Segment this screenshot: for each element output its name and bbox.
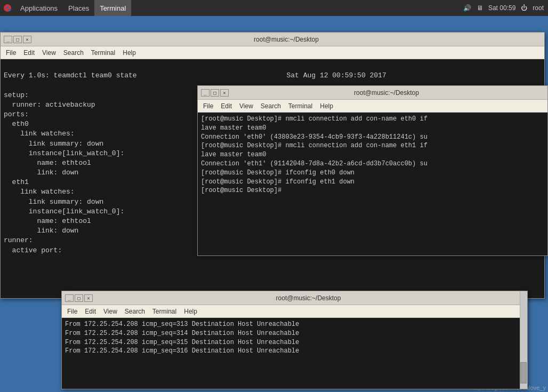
menu-file[interactable]: File	[3, 48, 19, 58]
close-button[interactable]: ✕	[84, 294, 93, 302]
menu-help[interactable]: Help	[181, 307, 200, 316]
terminal-main-titlebar: _ □ ✕ root@music:~/Desktop	[1, 33, 544, 46]
terminal-main-controls: _ □ ✕	[4, 36, 31, 43]
terminal-middle-title: root@music:~/Desktop	[229, 89, 544, 97]
terminal-main-header: Every 1.0s: teamdctl team0 state Sat Aug…	[4, 71, 386, 79]
menu-search[interactable]: Search	[122, 307, 148, 316]
terminal-bottom-controls: _ □ ✕	[65, 294, 93, 302]
desktop: _ □ ✕ root@music:~/Desktop File Edit Vie…	[0, 16, 548, 392]
menu-file[interactable]: File	[200, 101, 216, 111]
close-button[interactable]: ✕	[220, 89, 229, 97]
terminal-bottom-menubar: File Edit View Search Terminal Help	[62, 305, 527, 318]
user-label: root	[533, 4, 544, 12]
terminal-middle-content[interactable]: [root@music Desktop]# nmcli connection a…	[198, 113, 547, 255]
power-icon[interactable]: ⏻	[521, 4, 527, 12]
taskbar-terminal[interactable]: Terminal	[94, 0, 131, 16]
terminal-bottom-title: root@music:~/Desktop	[93, 294, 524, 302]
menu-edit[interactable]: Edit	[20, 48, 38, 58]
taskbar: 🐾 Applications Places Terminal 🔊 🖥 Sat 0…	[0, 0, 548, 16]
taskbar-right: 🔊 🖥 Sat 00:59 ⏻ root	[463, 4, 548, 12]
scrollbar-thumb[interactable]	[520, 362, 527, 383]
taskbar-places[interactable]: Places	[63, 0, 94, 16]
menu-search[interactable]: Search	[257, 101, 284, 111]
svg-text:🐾: 🐾	[5, 5, 12, 12]
menu-terminal[interactable]: Terminal	[88, 48, 118, 58]
menu-file[interactable]: File	[64, 307, 80, 316]
minimize-button[interactable]: _	[201, 89, 209, 97]
minimize-button[interactable]: _	[65, 294, 74, 302]
maximize-button[interactable]: □	[211, 89, 219, 97]
datetime: Sat 00:59	[488, 4, 515, 12]
terminal-middle-controls: _ □ ✕	[201, 89, 229, 97]
menu-view[interactable]: View	[236, 101, 256, 111]
maximize-button[interactable]: □	[75, 294, 83, 302]
menu-view[interactable]: View	[39, 48, 59, 58]
maximize-button[interactable]: □	[13, 36, 22, 43]
taskbar-logo: 🐾	[2, 3, 13, 13]
terminal-middle-titlebar: _ □ ✕ root@music:~/Desktop	[198, 86, 547, 100]
terminal-bottom: _ □ ✕ root@music:~/Desktop File Edit Vie…	[61, 291, 528, 389]
menu-search[interactable]: Search	[60, 48, 87, 58]
terminal-main-title: root@music:~/Desktop	[31, 36, 541, 43]
terminal-main-menubar: File Edit View Search Terminal Help	[1, 46, 544, 59]
menu-view[interactable]: View	[100, 307, 120, 316]
menu-help[interactable]: Help	[119, 48, 139, 58]
volume-icon[interactable]: 🔊	[463, 4, 471, 12]
scrollbar-vertical[interactable]	[520, 291, 527, 389]
display-icon[interactable]: 🖥	[477, 4, 483, 12]
menu-help[interactable]: Help	[317, 101, 336, 111]
taskbar-left: 🐾 Applications Places Terminal	[0, 0, 131, 16]
terminal-bottom-titlebar: _ □ ✕ root@music:~/Desktop	[62, 291, 527, 305]
terminal-main-body: setup: runner: activebackup ports: eth0 …	[4, 91, 124, 254]
minimize-button[interactable]: _	[4, 36, 12, 43]
terminal-middle: _ □ ✕ root@music:~/Desktop File Edit Vie…	[197, 85, 548, 256]
terminal-middle-menubar: File Edit View Search Terminal Help	[198, 100, 547, 113]
close-button[interactable]: ✕	[23, 36, 31, 43]
terminal-bottom-content[interactable]: From 172.25.254.208 icmp_seq=313 Destina…	[62, 318, 527, 389]
menu-terminal[interactable]: Terminal	[149, 307, 180, 316]
menu-edit[interactable]: Edit	[82, 307, 99, 316]
taskbar-applications[interactable]: Applications	[15, 0, 63, 16]
menu-terminal[interactable]: Terminal	[285, 101, 316, 111]
menu-edit[interactable]: Edit	[217, 101, 235, 111]
